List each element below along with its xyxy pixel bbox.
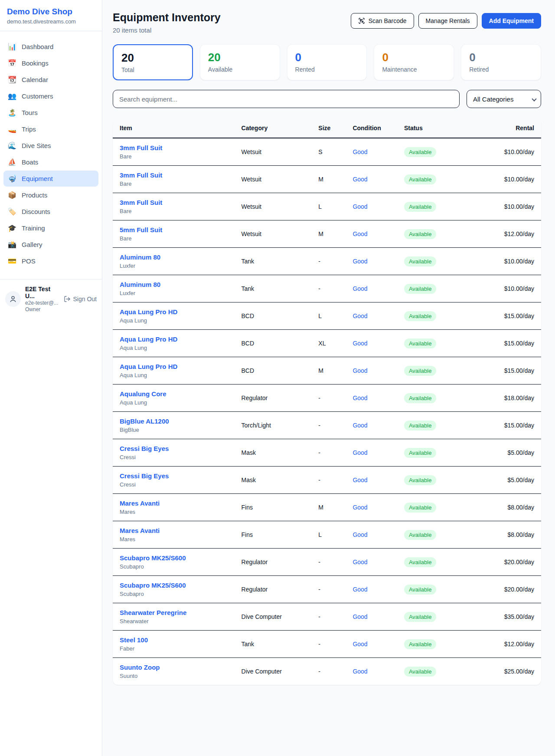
sidebar-item-calendar[interactable]: 📆Calendar bbox=[3, 72, 98, 88]
condition-link[interactable]: Good bbox=[353, 559, 367, 565]
cell-condition: Good bbox=[348, 166, 400, 193]
scan-barcode-button[interactable]: Scan Barcode bbox=[351, 13, 414, 29]
cell-status: Available bbox=[400, 138, 468, 166]
item-name-link[interactable]: Aqualung Core bbox=[120, 390, 233, 398]
condition-link[interactable]: Good bbox=[353, 367, 367, 374]
stat-card-rented[interactable]: 0Rented bbox=[287, 44, 367, 80]
item-name-link[interactable]: Steel 100 bbox=[120, 636, 233, 644]
item-name-link[interactable]: Shearwater Peregrine bbox=[120, 609, 233, 616]
stat-card-total[interactable]: 20Total bbox=[113, 44, 193, 80]
status-badge: Available bbox=[404, 667, 437, 677]
item-name-link[interactable]: Cressi Big Eyes bbox=[120, 472, 233, 480]
condition-link[interactable]: Good bbox=[353, 449, 367, 456]
status-badge: Available bbox=[404, 366, 437, 376]
cell-item: Suunto ZoopSuunto bbox=[113, 658, 237, 685]
condition-link[interactable]: Good bbox=[353, 394, 367, 401]
sidebar-item-dive-sites[interactable]: 🌊Dive Sites bbox=[3, 138, 98, 154]
cell-size: M bbox=[314, 220, 348, 248]
condition-link[interactable]: Good bbox=[353, 504, 367, 511]
condition-link[interactable]: Good bbox=[353, 668, 367, 675]
sidebar-item-discounts[interactable]: 🏷️Discounts bbox=[3, 204, 98, 220]
cell-category: Mask bbox=[237, 467, 314, 494]
category-select[interactable]: All Categories bbox=[467, 90, 541, 108]
status-badge: Available bbox=[404, 639, 437, 649]
sign-out-button[interactable]: Sign Out bbox=[64, 296, 97, 302]
item-name-link[interactable]: BigBlue AL1200 bbox=[120, 417, 233, 425]
cell-size: - bbox=[314, 576, 348, 603]
item-name-link[interactable]: Cressi Big Eyes bbox=[120, 445, 233, 452]
item-name-link[interactable]: Aluminum 80 bbox=[120, 281, 233, 288]
stat-value-available: 20 bbox=[208, 51, 272, 64]
condition-link[interactable]: Good bbox=[353, 148, 367, 155]
stat-value-total: 20 bbox=[121, 51, 184, 65]
stat-card-retired[interactable]: 0Retired bbox=[461, 44, 541, 80]
condition-link[interactable]: Good bbox=[353, 422, 367, 429]
item-name-link[interactable]: Aqua Lung Pro HD bbox=[120, 363, 233, 370]
stat-card-maintenance[interactable]: 0Maintenance bbox=[374, 44, 454, 80]
item-name-link[interactable]: Aqua Lung Pro HD bbox=[120, 335, 233, 343]
sidebar-item-trips[interactable]: 🚤Trips bbox=[3, 121, 98, 137]
item-brand: Suunto bbox=[120, 673, 233, 679]
cell-size: M bbox=[314, 166, 348, 193]
cell-status: Available bbox=[400, 631, 468, 658]
item-name-link[interactable]: Scubapro MK25/S600 bbox=[120, 582, 233, 589]
item-name-link[interactable]: Suunto Zoop bbox=[120, 664, 233, 671]
add-equipment-button[interactable]: Add Equipment bbox=[482, 13, 541, 29]
sidebar-item-bookings[interactable]: 📅Bookings bbox=[3, 55, 98, 71]
cell-size: - bbox=[314, 631, 348, 658]
user-name: E2E Test U... bbox=[25, 286, 59, 299]
condition-link[interactable]: Good bbox=[353, 203, 367, 210]
manage-rentals-button[interactable]: Manage Rentals bbox=[418, 13, 477, 29]
sidebar-item-tours[interactable]: 🏝️Tours bbox=[3, 105, 98, 121]
condition-link[interactable]: Good bbox=[353, 258, 367, 265]
filters-row: All Categories bbox=[113, 90, 541, 108]
page-title: Equipment Inventory bbox=[113, 11, 221, 24]
condition-link[interactable]: Good bbox=[353, 531, 367, 538]
cell-rental: $20.00/day bbox=[468, 576, 541, 603]
cell-condition: Good bbox=[348, 412, 400, 439]
condition-link[interactable]: Good bbox=[353, 312, 367, 319]
main-content: Equipment Inventory 20 items total Scan … bbox=[102, 0, 555, 756]
condition-link[interactable]: Good bbox=[353, 285, 367, 292]
sidebar-item-training[interactable]: 🎓Training bbox=[3, 220, 98, 236]
table-row: 5mm Full SuitBareWetsuitMGoodAvailable$1… bbox=[113, 220, 541, 248]
condition-link[interactable]: Good bbox=[353, 641, 367, 648]
sidebar-item-customers[interactable]: 👥Customers bbox=[3, 88, 98, 104]
condition-link[interactable]: Good bbox=[353, 230, 367, 237]
item-name-link[interactable]: 3mm Full Suit bbox=[120, 171, 233, 179]
sidebar-item-gallery[interactable]: 📸Gallery bbox=[3, 237, 98, 253]
item-name-link[interactable]: 5mm Full Suit bbox=[120, 226, 233, 233]
condition-link[interactable]: Good bbox=[353, 613, 367, 620]
cell-category: BCD bbox=[237, 302, 314, 330]
cell-item: Aluminum 80Luxfer bbox=[113, 248, 237, 275]
item-name-link[interactable]: Mares Avanti bbox=[120, 527, 233, 534]
cell-size: - bbox=[314, 439, 348, 467]
sidebar-item-equipment[interactable]: 🤿Equipment bbox=[3, 171, 98, 187]
sidebar-item-dashboard[interactable]: 📊Dashboard bbox=[3, 39, 98, 55]
cell-size: - bbox=[314, 248, 348, 275]
cell-rental: $10.00/day bbox=[468, 193, 541, 220]
sidebar-item-boats[interactable]: ⛵Boats bbox=[3, 154, 98, 170]
condition-link[interactable]: Good bbox=[353, 176, 367, 183]
sidebar-item-products[interactable]: 📦Products bbox=[3, 187, 98, 203]
stat-card-available[interactable]: 20Available bbox=[200, 44, 280, 80]
scan-barcode-label: Scan Barcode bbox=[369, 17, 407, 24]
item-name-link[interactable]: Mares Avanti bbox=[120, 500, 233, 507]
sidebar-item-pos[interactable]: 💳POS bbox=[3, 253, 98, 269]
table-row: 3mm Full SuitBareWetsuitSGoodAvailable$1… bbox=[113, 138, 541, 166]
cell-item: Scubapro MK25/S600Scubapro bbox=[113, 576, 237, 603]
item-name-link[interactable]: 3mm Full Suit bbox=[120, 199, 233, 206]
training-icon: 🎓 bbox=[8, 224, 16, 232]
item-name-link[interactable]: Scubapro MK25/S600 bbox=[120, 554, 233, 562]
item-name-link[interactable]: Aqua Lung Pro HD bbox=[120, 308, 233, 316]
condition-link[interactable]: Good bbox=[353, 340, 367, 347]
condition-link[interactable]: Good bbox=[353, 586, 367, 593]
stat-label-total: Total bbox=[121, 66, 184, 73]
condition-link[interactable]: Good bbox=[353, 477, 367, 483]
cell-size: M bbox=[314, 494, 348, 521]
item-name-link[interactable]: 3mm Full Suit bbox=[120, 144, 233, 151]
item-name-link[interactable]: Aluminum 80 bbox=[120, 253, 233, 261]
cell-rental: $20.00/day bbox=[468, 549, 541, 576]
search-input[interactable] bbox=[113, 90, 460, 108]
cell-item: Aqua Lung Pro HDAqua Lung bbox=[113, 357, 237, 385]
